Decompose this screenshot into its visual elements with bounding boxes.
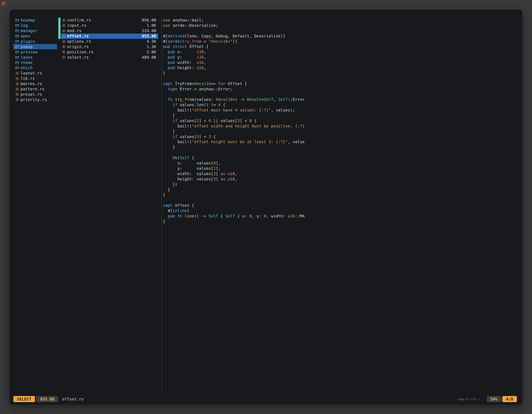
dir-label: keymap — [21, 18, 35, 22]
dir-label: theme — [21, 60, 33, 65]
sidebar-file-macros.rs[interactable]: macros.rs — [13, 81, 57, 87]
sidebar-dir-manager[interactable]: manager — [13, 28, 57, 34]
code-token: u16 — [197, 66, 204, 70]
code-token: ], — [216, 161, 220, 165]
code-token: bail!( — [163, 108, 192, 113]
dir-label: open — [21, 34, 30, 39]
file-size-badge: 855.0B — [36, 396, 58, 402]
code-line: bail!("offset height must be at least 3:… — [163, 139, 517, 144]
code-token: } — [163, 193, 165, 197]
code-token: Offset { — [187, 44, 209, 49]
code-token — [163, 60, 168, 65]
dir-label: plugin — [21, 39, 35, 44]
code-token: 3 — [213, 177, 216, 182]
file-size: 1.3K — [147, 44, 156, 49]
code-token — [163, 97, 168, 102]
rust-file-icon — [62, 34, 66, 38]
code-line: use serde::Deserialize; — [163, 23, 517, 28]
sidebar-dir-keymap[interactable]: keymap — [13, 18, 57, 23]
folder-open-icon — [15, 45, 19, 48]
sidebar-dir-theme[interactable]: theme — [13, 60, 57, 65]
code-token: 2 — [197, 118, 199, 123]
code-token: )] — [233, 39, 237, 44]
code-token: u16 — [228, 171, 235, 176]
file-name: mod.rs — [67, 29, 81, 33]
file-row-offset.rs[interactable]: offset.rs855.0B — [58, 34, 158, 39]
dir-label: which — [21, 66, 33, 70]
sidebar-dir-log[interactable]: log — [13, 23, 57, 28]
code-line: pub y: i16, — [163, 55, 517, 60]
code-line: impl TryFrom<Vec<i16>> for Offset { — [163, 81, 517, 87]
code-token: }) — [163, 182, 177, 187]
file-row-origin.rs[interactable]: origin.rs1.3K — [58, 44, 158, 49]
code-token: u16 — [228, 177, 235, 182]
code-token: 0 — [209, 118, 211, 123]
file-label: lib.rs — [20, 76, 35, 81]
sidebar-file-priority.rs[interactable]: priority.rs — [13, 97, 57, 102]
folder-open-icon — [15, 19, 19, 22]
file-row-options.rs[interactable]: options.rs4.5K — [58, 39, 158, 44]
sidebar-file-pattern.rs[interactable]: pattern.rs — [13, 87, 57, 92]
code-token — [163, 118, 172, 123]
sidebar-file-preset.rs[interactable]: preset.rs — [13, 92, 57, 97]
code-line: } — [163, 144, 517, 150]
rust-file-icon — [62, 45, 66, 48]
code-token: x: — [175, 49, 197, 54]
mode-badge: SELECT — [13, 396, 35, 402]
code-line: } — [163, 187, 517, 193]
sidebar-dir-preview[interactable]: preview — [13, 49, 57, 55]
file-row-mod.rs[interactable]: mod.rs224.0B — [58, 28, 158, 34]
sidebar-file-lib.rs[interactable]: lib.rs — [13, 76, 57, 81]
sidebar-dir-which[interactable]: which — [13, 65, 57, 71]
rust-file-icon — [15, 77, 19, 80]
sidebar-dir-plugin[interactable]: plugin — [13, 39, 57, 44]
code-token: derive — [168, 34, 182, 39]
folder-open-icon — [15, 35, 19, 38]
sidebar-dir-open[interactable]: open — [13, 34, 57, 39]
file-name: origin.rs — [67, 44, 89, 49]
code-token — [172, 97, 175, 102]
folder-open-icon — [15, 40, 19, 43]
code-token: >) -> — [233, 97, 247, 102]
code-token: ::Error — [288, 97, 305, 102]
code-token: Self — [264, 97, 273, 102]
code-token: ( — [180, 39, 182, 44]
code-token: pub — [168, 55, 175, 59]
file-row-input.rs[interactable]: input.rs1.0K — [58, 23, 158, 28]
code-token: width: — [175, 60, 197, 65]
sidebar-file-layout.rs[interactable]: layout.rs — [13, 71, 57, 76]
sidebar-dir-tasks[interactable]: tasks — [13, 55, 57, 60]
file-name: select.rs — [67, 55, 89, 60]
file-size: 1.0K — [147, 23, 156, 28]
code-token — [163, 135, 172, 139]
folder-open-icon — [15, 29, 19, 32]
code-line — [163, 92, 517, 97]
file-row-select.rs[interactable]: select.rs489.0B — [58, 55, 158, 60]
rust-file-icon — [62, 29, 66, 33]
code-token: } — [163, 129, 175, 134]
code-token: i16 — [204, 81, 211, 86]
code-token: { — [221, 103, 225, 107]
code-token: bail!( — [163, 139, 192, 144]
code-token: pub — [168, 66, 175, 70]
code-token: { — [218, 214, 225, 219]
file-name: options.rs — [67, 39, 91, 44]
code-token: pub fn — [168, 214, 182, 219]
dir-label: popup — [21, 44, 33, 49]
code-token: = — [201, 39, 209, 44]
file-label: preset.rs — [20, 92, 42, 97]
file-row-confirm.rs[interactable]: confirm.rs856.0B — [58, 18, 158, 23]
code-token: #[ — [163, 34, 168, 39]
code-token — [163, 66, 168, 70]
code-token: height: values[ — [163, 177, 213, 182]
code-line: }) — [163, 182, 517, 187]
code-line: #[derive(Clone, Copy, Debug, Default, De… — [163, 34, 517, 39]
code-token: TryFrom< — [172, 81, 194, 86]
code-token: { — [252, 118, 256, 123]
code-token: Vec — [194, 81, 201, 86]
code-token: impl — [163, 203, 172, 208]
sidebar-dir-popup[interactable]: popup — [13, 44, 57, 49]
code-line: if values[3] < 3 { — [163, 134, 517, 139]
file-row-position.rs[interactable]: position.rs2.0K — [58, 49, 158, 55]
rust-file-icon — [15, 98, 19, 101]
